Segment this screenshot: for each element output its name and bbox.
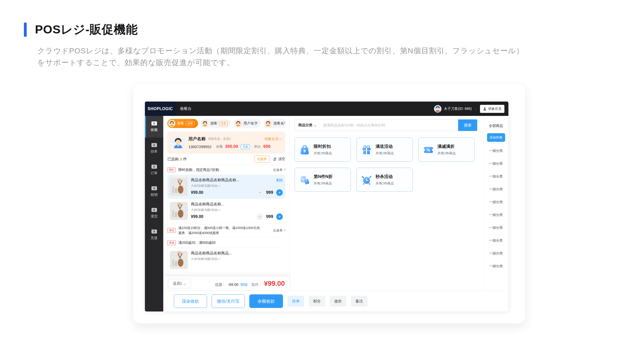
alarm-clock-icon — [361, 174, 372, 186]
member-card: 用户名称 关联店员：店员1 切换会员 13007299552 — [167, 131, 285, 154]
clear-cart-button[interactable]: 清空 — [273, 157, 285, 161]
detail-link[interactable]: 明细 — [240, 283, 247, 287]
search-button[interactable]: 搜索 — [458, 119, 477, 131]
category-item[interactable]: 一级分类 — [489, 221, 503, 234]
headline: POSレジ-販促機能 — [24, 22, 644, 37]
category-select[interactable]: 商品分类 — [295, 123, 319, 127]
activity-card-threshold-discount[interactable]: % 满减满折 共有2件商品 — [418, 138, 475, 162]
paid-value: ¥99.00 — [264, 280, 285, 288]
product-name: 商品名称商品名称商品名称... — [191, 178, 274, 183]
cash-payment-button[interactable]: 现金收款 — [174, 294, 207, 308]
category-item[interactable]: 一级分类 — [489, 196, 503, 208]
nav-label: 挂单 — [151, 149, 158, 154]
category-item[interactable]: 一级分类 — [489, 260, 503, 273]
nav-item-cashier[interactable]: ¥ 收银 — [145, 116, 163, 138]
discount-label: 优惠： — [215, 283, 226, 287]
product-price: ¥99.00 — [191, 214, 203, 219]
category-item[interactable]: 一级分类 — [489, 208, 503, 221]
cart-item[interactable]: 商品名称商品名称商品... 大杯/加糖/加醋/加热 — [167, 248, 285, 272]
search-input[interactable] — [320, 123, 458, 127]
app-title: 收银台 — [180, 106, 191, 111]
go-add-items-link[interactable]: 去凑单 — [273, 228, 285, 233]
switch-member-link[interactable]: 切换会员 — [264, 137, 281, 141]
cart-panel: 游客 挂单 — [163, 116, 290, 291]
customer-avatar — [235, 120, 242, 127]
activity-card-flash-discount[interactable]: 限时折扣 共有2件商品 — [295, 138, 351, 162]
chevron-right-icon — [283, 229, 285, 231]
product-image — [170, 178, 188, 196]
go-add-items-link[interactable]: 去凑单 — [273, 168, 285, 172]
balance-payment-button[interactable]: 余额收款 — [249, 294, 283, 308]
qty-plus-button[interactable]: + — [276, 213, 283, 220]
product-spec[interactable]: 大杯/加糖/加醋/加热 — [191, 184, 283, 188]
pos-topbar: SHOPLOGIC 收银台 木子刀客(ID: 666) — [145, 102, 508, 116]
nav-label: 收银 — [151, 128, 158, 132]
customer-tab-guest-active[interactable]: 游客 挂单 — [167, 119, 198, 128]
title-accent-bar — [24, 23, 27, 37]
customer-tab-label: 游客名字 — [273, 121, 285, 126]
activity-name: 限时折扣 — [314, 144, 332, 149]
switch-staff-button[interactable]: 切换店员 — [480, 105, 504, 113]
nav-item-hold-orders[interactable]: ¥ 挂单 — [145, 138, 163, 159]
nav-item-returns[interactable]: ¥ 退货 — [145, 202, 163, 224]
member-name: 用户名称 — [188, 136, 206, 142]
product-spec[interactable]: 大杯/加糖/加醋/加热 — [191, 257, 283, 261]
category-item[interactable]: 一级分类 — [489, 170, 503, 183]
hold-order-button[interactable]: 挂单 — [288, 296, 304, 307]
points-button[interactable]: 积分 — [309, 296, 325, 307]
coupon-percent-icon: % — [423, 144, 434, 155]
customer-tab-label: 游客 — [177, 121, 184, 126]
cart-item[interactable]: 商品名称商品名称商品名称... 删除 大杯/加糖/加醋/加热 ¥99.00 — [167, 175, 285, 199]
note-button[interactable]: 备注 — [351, 296, 368, 307]
wechat-alipay-button[interactable]: 微信/支付宝 — [212, 294, 245, 308]
customer-tab-label: 游客 — [210, 121, 217, 126]
topbar-avatar[interactable] — [434, 105, 441, 113]
product-image — [170, 202, 188, 220]
clear-label: 清空 — [278, 157, 285, 161]
delete-item-link[interactable]: 删除 — [276, 178, 283, 183]
product-spec[interactable]: 大杯/加糖/加醋/加热 — [191, 208, 283, 212]
qty-plus-button[interactable]: + — [276, 189, 283, 196]
staff-select[interactable]: 店员1 — [168, 279, 191, 288]
person-icon — [483, 107, 487, 111]
paid-label: 实付： — [251, 283, 262, 287]
activity-card-gift[interactable]: 满送活动 共有2件商品 — [356, 138, 413, 162]
category-item[interactable]: 一级分类 — [489, 234, 503, 247]
activity-card-nth-item[interactable]: 第N件N折 共有2件商品 — [295, 168, 351, 192]
activity-card-flash-sale[interactable]: 秒杀活动 共有2件商品 — [356, 168, 413, 192]
chevron-down-icon — [314, 124, 316, 126]
customer-tab-username[interactable]: 用户名字 — [234, 119, 261, 128]
category-item[interactable]: 一级分类 — [489, 247, 503, 260]
nav-label: 订单 — [151, 171, 158, 175]
category-item[interactable]: 一级分类 — [489, 144, 503, 157]
product-name: 商品名称商品名称商品... — [191, 251, 283, 256]
cart-item[interactable]: 商品名称商品名称... 大杯/加糖/加醋/加热 ¥99.00 — [167, 199, 285, 223]
points-label: 积分 — [254, 144, 261, 149]
activity-count: 共有2件商品 — [314, 181, 333, 186]
qty-minus-button[interactable]: − — [257, 213, 263, 220]
customer-avatar — [265, 120, 272, 127]
screenshot-card: SHOPLOGIC 收银台 木子刀客(ID: 666) — [133, 83, 526, 324]
category-activity-list-active[interactable]: 活动列表 — [487, 133, 505, 142]
qty-value: 999 — [266, 190, 273, 195]
nav-item-verify[interactable]: ¥ 核销 — [145, 181, 163, 202]
customer-tab-guest[interactable]: 游客 挂单 — [200, 119, 231, 128]
category-item[interactable]: 一级分类 — [489, 157, 503, 170]
category-all-products[interactable]: 全部商品 — [489, 120, 503, 131]
change-price-button[interactable]: 改价 — [330, 296, 346, 307]
recharge-badge[interactable]: 充值 — [241, 144, 250, 149]
coupon-button[interactable]: 优惠券 — [254, 156, 270, 163]
chevron-down-icon — [218, 257, 221, 260]
topbar-divider — [476, 107, 476, 111]
activity-name: 满送活动 — [376, 144, 394, 149]
nav-item-recharge[interactable]: ¥ 充值 — [145, 224, 163, 246]
customer-avatar — [168, 120, 175, 127]
member-linked-staff: 关联店员：店员1 — [208, 137, 231, 141]
qty-minus-button[interactable]: − — [257, 189, 263, 196]
nav-item-orders[interactable]: ¥ 订单 — [145, 159, 163, 181]
customer-tab-guestname[interactable]: 游客名字 — [264, 119, 285, 128]
customer-avatar — [202, 120, 209, 127]
category-item[interactable]: 一级分类 — [489, 183, 503, 196]
promo-row-flash: 限时 限时抢购，指定商品7折购 去凑单 — [167, 165, 285, 175]
nav-label: 退货 — [151, 214, 158, 219]
